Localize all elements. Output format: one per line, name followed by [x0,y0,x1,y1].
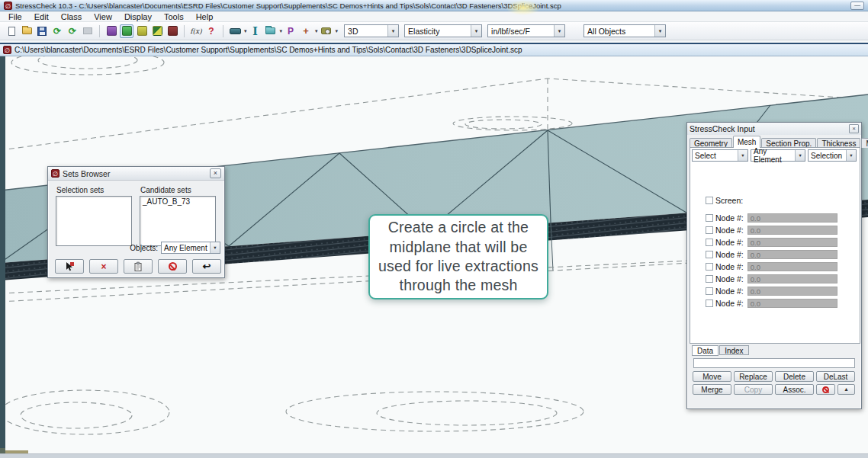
menu-item-file[interactable]: File [2,11,28,22]
mesh-mode-icon[interactable] [120,24,133,38]
objects-filter-combobox[interactable]: All Objects ▾ [583,24,666,37]
no-entry-icon [822,386,829,393]
selection-sets-listbox[interactable] [56,196,132,246]
node-checkbox[interactable] [706,263,713,271]
sets-browser-dialog: ∅ Sets Browser × Selection sets Candidat… [47,166,225,278]
replace-button[interactable]: Replace [734,371,773,382]
node-value-field[interactable]: 0.0 [747,262,837,271]
undo-set-button[interactable]: ↩ [192,259,221,274]
move-button[interactable]: Move [693,371,731,382]
node-checkbox[interactable] [706,287,713,295]
menu-item-class[interactable]: Class [55,11,88,22]
chevron-down-icon[interactable]: ▾ [654,25,665,37]
left-edge-plate-sliver [0,56,5,448]
formula-icon[interactable]: f(x) [189,24,203,38]
delete-button[interactable]: Delete [775,371,814,382]
print-icon[interactable] [81,24,95,38]
chevron-down-icon[interactable]: ▾ [795,150,805,161]
points-icon[interactable]: P [284,24,297,38]
chevron-down-icon[interactable]: ▾ [387,25,398,37]
element-type-combobox[interactable]: Any Element ▾ [751,149,805,162]
tab-mesh[interactable]: Mesh [733,136,760,148]
document-titlebar[interactable]: ∅ C:\Users\blancaster\Documents\ESRD Fil… [0,44,868,56]
list-item[interactable]: _AUTO_B_73 [143,197,213,206]
minimize-button[interactable]: — [850,2,864,10]
tab-data[interactable]: Data [692,345,719,356]
objects-combobox[interactable]: Any Element ▾ [161,242,220,254]
close-icon[interactable]: × [210,168,221,178]
copy-set-button[interactable] [124,259,153,274]
collapse-button[interactable]: ▴ [837,384,855,395]
method-combobox[interactable]: Selection ▾ [808,149,857,162]
node-checkbox[interactable] [706,239,713,246]
chevron-down-icon[interactable]: ▾ [280,28,283,34]
plot-axes-icon[interactable]: + [299,24,313,38]
input-panel-titlebar[interactable]: StressCheck Input × [687,123,861,135]
screen-checkbox[interactable] [706,197,713,204]
open-file-icon[interactable] [20,24,34,38]
chevron-down-icon[interactable]: ▾ [210,242,220,253]
menu-item-help[interactable]: Help [190,11,220,22]
menu-item-tools[interactable]: Tools [158,11,190,22]
materials-mode-icon[interactable] [166,24,179,38]
beam-section-icon[interactable]: I [249,24,262,38]
node-row: Node #: 0.0 [706,285,855,297]
sets-folder-icon[interactable] [264,24,278,38]
import-icon[interactable]: ⟳ [50,24,64,38]
menu-item-display[interactable]: Display [118,11,158,22]
chevron-down-icon[interactable]: ▾ [315,28,318,34]
candidate-sets-listbox[interactable]: _AUTO_B_73 [140,196,216,246]
export-icon[interactable]: ⟳ [66,24,79,38]
tab-index[interactable]: Index [719,345,748,355]
select-tool-icon[interactable] [228,24,242,38]
close-icon[interactable]: × [849,124,859,133]
delast-button[interactable]: DeLast [816,371,855,382]
element-type-value: Any Element [754,147,795,164]
node-checkbox[interactable] [706,226,713,234]
node-checkbox[interactable] [706,214,713,222]
node-value-field[interactable]: 0.0 [747,274,837,283]
node-checkbox[interactable] [706,251,713,258]
data-entry-input[interactable] [693,358,855,368]
node-value-field[interactable]: 0.0 [747,226,837,235]
help-icon[interactable]: ? [204,24,218,38]
elements-mode-icon[interactable] [135,24,149,38]
node-row: Node #: 0.0 [706,297,855,309]
chevron-down-icon[interactable]: ▾ [846,150,856,161]
node-label: Node #: [715,262,744,271]
chevron-down-icon[interactable]: ▾ [471,25,481,37]
chevron-down-icon[interactable]: ▾ [336,28,339,34]
loads-mode-icon[interactable] [150,24,164,38]
geometry-mode-icon[interactable] [104,24,118,38]
node-value-field[interactable]: 0.0 [747,238,837,247]
units-combobox[interactable]: in/lbf/sec/F ▾ [487,24,565,37]
delete-set-button[interactable]: × [89,259,118,274]
chevron-down-icon[interactable]: ▾ [554,25,564,37]
app-titlebar[interactable]: ∅ StressCheck 10.3 - C:\Users\blancaster… [0,0,868,11]
delete-x-icon: × [101,262,106,271]
merge-button[interactable]: Merge [693,384,731,395]
new-file-icon[interactable] [5,24,18,38]
select-set-button[interactable] [55,259,84,274]
chevron-down-icon[interactable]: ▾ [738,150,747,161]
menu-item-edit[interactable]: Edit [28,11,55,22]
cancel-set-button[interactable] [158,259,187,274]
node-checkbox[interactable] [706,275,713,283]
tab-material[interactable]: Mat [861,138,868,148]
save-icon[interactable] [35,24,49,38]
node-label: Node #: [715,238,744,247]
node-value-field[interactable]: 0.0 [747,299,837,308]
menu-item-view[interactable]: View [88,11,118,22]
snapshot-icon[interactable] [320,24,333,38]
mode-combobox[interactable]: 3D ▾ [344,24,399,37]
node-checkbox[interactable] [706,299,713,307]
node-value-field[interactable]: 0.0 [747,213,837,223]
node-value-field[interactable]: 0.0 [747,250,837,259]
assoc-button[interactable]: Assoc. [775,384,814,395]
sets-browser-titlebar[interactable]: ∅ Sets Browser × [48,167,224,181]
node-value-field[interactable]: 0.0 [747,287,837,296]
class-combobox[interactable]: Elasticity ▾ [404,24,482,37]
chevron-down-icon[interactable]: ▾ [244,28,247,34]
cancel-button[interactable] [816,384,835,395]
action-combobox[interactable]: Select ▾ [692,149,748,162]
